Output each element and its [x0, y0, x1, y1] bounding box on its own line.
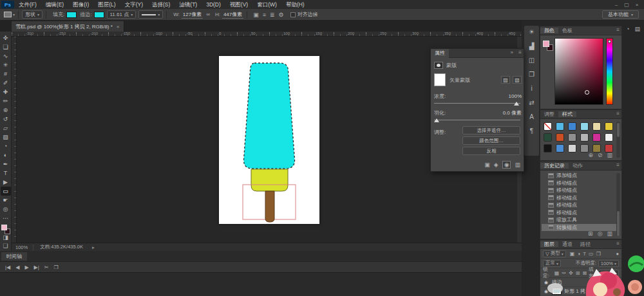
path-operations-icon[interactable]: ▣	[253, 12, 259, 18]
style-swatch[interactable]	[605, 133, 613, 142]
stroke-color-swatch[interactable]	[94, 12, 104, 18]
apply-mask-icon[interactable]: ◈	[494, 162, 498, 168]
height-field[interactable]: 447像素	[222, 11, 243, 19]
blend-mode-select[interactable]: 正常 ▾	[543, 260, 561, 267]
menu-视图(V)[interactable]: 视图(V)	[225, 0, 252, 9]
filter-toggle-icon[interactable]: ●	[616, 251, 619, 257]
filter-shape-icon[interactable]: ▭	[589, 251, 594, 257]
lock-all-icon[interactable]: ⊠	[582, 270, 587, 276]
align-edges-checkbox[interactable]: 对齐边缘	[290, 11, 318, 18]
panel-menu-icon[interactable]: ≡	[616, 27, 620, 33]
history-state[interactable]: 移动锚点	[542, 201, 618, 209]
move-tool[interactable]: ✜	[1, 33, 11, 42]
style-swatch[interactable]	[544, 122, 552, 131]
foreground-background-swatches[interactable]	[1, 225, 10, 234]
type-tool[interactable]: T	[1, 169, 11, 178]
history-scrollbar[interactable]	[616, 173, 620, 236]
link-dimensions-icon[interactable]: ∞	[206, 12, 210, 17]
tab-颜色[interactable]: 颜色	[540, 28, 558, 33]
density-value[interactable]: 100%	[509, 93, 522, 99]
add-vector-mask-button[interactable]: ▧	[513, 76, 522, 84]
style-swatch[interactable]	[580, 122, 589, 131]
scrollbar-thumb[interactable]	[617, 123, 620, 137]
saturation-brightness-square[interactable]	[554, 38, 603, 105]
filter-smart-object-icon[interactable]: ❒	[596, 251, 601, 257]
adjustments-icon[interactable]: ☀	[529, 28, 535, 35]
eyedropper-tool[interactable]: ✐	[1, 79, 11, 88]
panel-menu-icon[interactable]: ≡	[616, 241, 620, 246]
next-frame-button[interactable]: ▶|	[34, 264, 39, 270]
menu-选择(S)[interactable]: 选择(S)	[147, 0, 175, 9]
feather-slider[interactable]	[434, 120, 520, 120]
menu-图层(L)[interactable]: 图层(L)	[93, 0, 120, 9]
style-swatch[interactable]	[580, 144, 589, 153]
lock-artboard-icon[interactable]: ⊞	[576, 270, 580, 276]
restore-button[interactable]: ▢	[622, 2, 631, 8]
libraries-icon[interactable]: ❐	[529, 71, 535, 78]
filter-adjustment-icon[interactable]: ◑	[577, 251, 580, 257]
layer-fill-field[interactable]: 100% ▾	[598, 270, 619, 277]
marquee-tool[interactable]: ❑	[1, 42, 11, 51]
clear-style-button[interactable]: ⊘	[598, 152, 603, 158]
more-tools-icon[interactable]: ⋯	[1, 214, 11, 223]
paragraph-icon[interactable]: ¶	[530, 127, 533, 134]
visibility-eye-icon[interactable]: ◉	[543, 280, 549, 285]
eraser-tool[interactable]: ▱	[1, 124, 11, 133]
vector-mask-thumbnail[interactable]	[434, 73, 446, 86]
minimize-button[interactable]: –	[612, 2, 621, 8]
menu-图像(I)[interactable]: 图像(I)	[68, 0, 93, 9]
split-clip-button[interactable]: ✂	[44, 264, 49, 270]
stroke-width-field[interactable]: 11.61 点▾	[107, 10, 137, 19]
panel-options-icon[interactable]: ▤	[634, 26, 640, 36]
panel-menu-icon[interactable]: ≡	[616, 111, 620, 116]
tab-样式[interactable]: 样式	[558, 111, 576, 117]
history-state[interactable]: 移动锚点	[542, 187, 618, 194]
layer-row[interactable]: ◉矩形 1 拷贝	[540, 287, 621, 296]
mask-visibility-eye-icon[interactable]: ◉	[502, 161, 511, 169]
foreground-color-swatch[interactable]	[1, 225, 7, 230]
lock-transparent-icon[interactable]: ▦	[554, 270, 560, 276]
delete-mask-icon[interactable]: ▥	[515, 162, 520, 168]
settings-gear-icon[interactable]: ⚙	[279, 12, 284, 18]
style-swatch[interactable]	[592, 122, 601, 131]
lock-image-icon[interactable]: ✑	[562, 270, 566, 276]
color-cursor[interactable]	[585, 90, 589, 95]
stroke-type-select[interactable]: ▾	[138, 10, 163, 19]
histogram-icon[interactable]: ▟	[529, 42, 535, 50]
crop-tool[interactable]: #	[1, 69, 11, 79]
density-slider[interactable]	[434, 103, 520, 104]
tool-preset-picker[interactable]: ▾	[4, 12, 15, 17]
info-icon[interactable]: i	[531, 85, 532, 92]
feather-value[interactable]: 0.0 像素	[503, 109, 522, 116]
add-pixel-mask-button[interactable]: ▨	[501, 76, 510, 84]
new-document-from-state-icon[interactable]: ⊞	[588, 230, 593, 237]
style-swatch[interactable]	[580, 133, 589, 142]
rectangle-tool[interactable]: ▭	[1, 187, 11, 196]
zoom-level-field[interactable]: 100%	[15, 245, 33, 250]
tab-历史记录[interactable]: 历史记录	[540, 163, 569, 169]
document-tab[interactable]: 雪糕.psd @ 100%(矩形 1 拷贝 2, RGB/8) * ×	[12, 21, 124, 32]
character-icon[interactable]: A	[529, 113, 534, 120]
style-swatch[interactable]	[592, 133, 601, 142]
history-state[interactable]: 移动锚点	[542, 180, 618, 187]
menu-编辑(E)[interactable]: 编辑(E)	[41, 0, 68, 9]
filter-pixel-icon[interactable]: ▣	[570, 251, 575, 257]
style-swatch[interactable]	[568, 144, 576, 153]
new-snapshot-icon[interactable]: ◎	[598, 230, 603, 237]
pen-tool[interactable]: ✒	[1, 160, 11, 169]
visibility-eye-icon[interactable]: ◉	[543, 289, 549, 294]
quick-selection-tool[interactable]: ✳	[1, 60, 11, 69]
status-menu-arrow-icon[interactable]: ▸	[92, 245, 95, 250]
close-button[interactable]: ×	[632, 2, 641, 8]
gradient-tool[interactable]: ▨	[1, 133, 11, 142]
panel-menu-icon[interactable]: ≡	[518, 50, 522, 55]
menu-窗口(W)[interactable]: 窗口(W)	[252, 0, 281, 9]
vertical-ruler[interactable]	[12, 37, 17, 243]
tab-动作[interactable]: 动作	[569, 163, 587, 169]
layer-row[interactable]: ◉描边	[540, 278, 621, 287]
style-swatch[interactable]	[568, 122, 576, 131]
first-frame-button[interactable]: |◀	[5, 264, 10, 270]
history-brush-tool[interactable]: ↺	[1, 115, 11, 124]
menu-滤镜(T)[interactable]: 滤镜(T)	[175, 0, 202, 9]
hue-slider[interactable]	[606, 38, 613, 105]
